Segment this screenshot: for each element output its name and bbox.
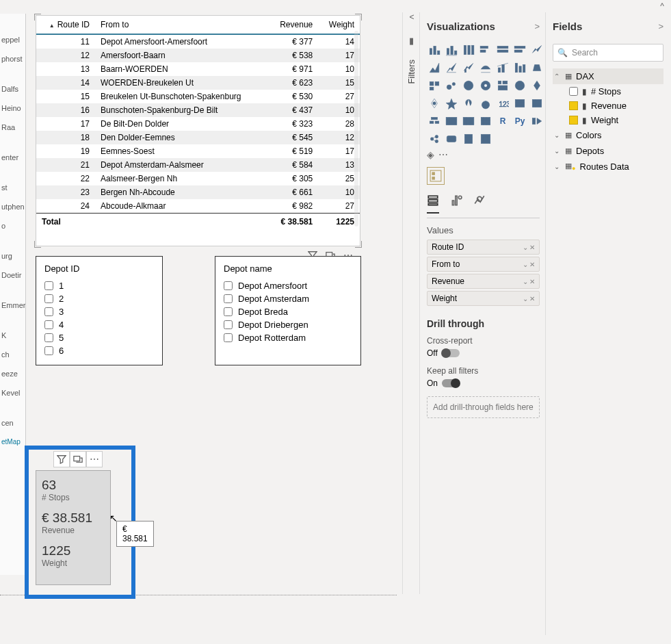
viz-type-button[interactable] [461, 78, 476, 93]
slicer-item[interactable]: 5 [44, 331, 154, 344]
table-row[interactable]: 12Amersfoort-Baarn€ 53817 [36, 49, 360, 62]
cross-report-toggle[interactable]: Off [427, 348, 540, 358]
viz-type-button[interactable] [444, 131, 459, 146]
viz-type-button[interactable] [427, 60, 442, 75]
slicer-item[interactable]: Depot Driebergen [224, 318, 352, 331]
caret-icon[interactable]: ⌄ [554, 131, 561, 139]
col-weight[interactable]: Weight [318, 16, 360, 34]
more-options-icon[interactable]: ⋯ [86, 451, 103, 467]
viz-type-button[interactable] [444, 96, 459, 111]
collapse-pane-icon[interactable]: > [534, 21, 540, 31]
viz-type-button[interactable] [529, 42, 544, 57]
viz-type-button[interactable]: Py [512, 114, 527, 129]
viz-type-button[interactable] [444, 114, 459, 129]
viz-type-button[interactable] [512, 96, 527, 111]
chevron-down-icon[interactable]: ⌄ [523, 244, 528, 251]
more-visuals-icon[interactable]: ⋯ [438, 149, 448, 160]
table-node[interactable]: ⌄▦Colors [553, 127, 663, 143]
field-checkbox[interactable] [569, 87, 578, 96]
slicer-depot-name[interactable]: Depot name Depot Amersfoort Depot Amster… [215, 256, 361, 365]
format-tab[interactable] [450, 194, 462, 214]
viz-type-button[interactable]: R [495, 114, 510, 129]
fields-tab[interactable] [427, 194, 439, 214]
field-well[interactable]: From to⌄ ✕ [427, 257, 540, 272]
viz-type-button[interactable] [512, 60, 527, 75]
field-well[interactable]: Revenue⌄ ✕ [427, 274, 540, 289]
viz-type-button[interactable] [512, 42, 527, 57]
caret-icon[interactable]: ⌄ [554, 163, 561, 170]
viz-type-button[interactable] [444, 78, 459, 93]
chevron-down-icon[interactable]: ⌄ [523, 278, 528, 285]
viz-type-button[interactable] [495, 42, 510, 57]
caret-icon[interactable]: ⌄ [554, 147, 561, 155]
viz-type-button[interactable] [461, 60, 476, 75]
filter-icon[interactable] [53, 451, 70, 467]
viz-type-button[interactable] [529, 96, 544, 111]
resize-handle[interactable] [34, 241, 41, 248]
viz-type-button[interactable] [444, 42, 459, 57]
viz-type-button[interactable] [478, 78, 493, 93]
slicer-item[interactable]: Depot Amersfoort [224, 279, 352, 292]
viz-type-button[interactable] [461, 131, 476, 146]
viz-type-button[interactable] [495, 60, 510, 75]
viz-type-button[interactable] [427, 131, 442, 146]
viz-type-button[interactable] [478, 114, 493, 129]
viz-type-button[interactable] [461, 42, 476, 57]
table-node[interactable]: ⌄▦Depots [553, 143, 663, 159]
field-well[interactable]: Weight⌄ ✕ [427, 291, 540, 306]
table-row[interactable]: 23Bergen Nh-Abcoude€ 66110 [36, 185, 360, 199]
table-row[interactable]: 22Aalsmeer-Bergen Nh€ 30525 [36, 172, 360, 185]
focus-mode-icon[interactable] [70, 451, 86, 467]
slicer-item[interactable]: Depot Breda [224, 305, 352, 318]
table-row[interactable]: 19Eemnes-Soest€ 51917 [36, 144, 360, 158]
remove-field-icon[interactable]: ✕ [529, 278, 535, 285]
scrollbar[interactable] [354, 31, 358, 227]
viz-type-button[interactable] [478, 96, 493, 111]
expand-filters-icon[interactable]: < [403, 12, 421, 29]
table-row[interactable]: 16Bunschoten-Spakenburg-De Bilt€ 43710 [36, 103, 360, 117]
checkbox-checked-icon[interactable] [569, 116, 578, 125]
resize-handle[interactable] [355, 14, 362, 21]
viz-type-button[interactable]: 123 [495, 96, 510, 111]
remove-field-icon[interactable]: ✕ [529, 244, 535, 251]
collapse-ribbon-caret[interactable]: ^ [660, 1, 664, 11]
slicer-item[interactable]: 6 [44, 344, 154, 357]
table-row[interactable]: 18Den Dolder-Eemnes€ 54512 [36, 131, 360, 144]
table-visual[interactable]: Route ID From to Revenue Weight 11Depot … [36, 15, 360, 246]
viz-type-button[interactable] [529, 114, 544, 129]
table-row[interactable]: 17De Bilt-Den Dolder€ 32328 [36, 117, 360, 131]
chevron-down-icon[interactable]: ⌄ [523, 261, 528, 268]
report-canvas[interactable]: eppelphorstDalfsHeinoRaaenterstutphenour… [0, 0, 397, 595]
viz-type-button[interactable] [495, 78, 510, 93]
table-row[interactable]: 13Baarn-WOERDEN€ 97110 [36, 62, 360, 76]
slicer-item[interactable]: 1 [44, 279, 154, 292]
table-row[interactable]: 24Abcoude-Alkmaar€ 98227 [36, 199, 360, 214]
viz-type-button[interactable] [427, 96, 442, 111]
checkbox-checked-icon[interactable] [569, 101, 578, 110]
field-item[interactable]: ▮Revenue [553, 99, 663, 113]
field-item[interactable]: ▮# Stops [553, 84, 663, 99]
viz-type-button[interactable] [529, 78, 544, 93]
table-row[interactable]: 14WOERDEN-Breukelen Ut€ 62315 [36, 76, 360, 90]
custom-visual-icon[interactable]: ◈ [427, 149, 434, 160]
col-route-id[interactable]: Route ID [36, 16, 95, 34]
col-revenue[interactable]: Revenue [268, 16, 318, 34]
fields-search-input[interactable]: 🔍 Search [553, 44, 663, 62]
viz-type-button[interactable] [461, 96, 476, 111]
resize-handle[interactable] [355, 241, 362, 248]
table-row[interactable]: 21Depot Amsterdam-Aalsmeer€ 58413 [36, 158, 360, 172]
remove-field-icon[interactable]: ✕ [529, 295, 535, 302]
slicer-depot-id[interactable]: Depot ID 1 2 3 4 5 6 [36, 256, 163, 365]
filters-pane-collapsed[interactable]: < ▮ Filters [402, 12, 420, 594]
viz-type-button[interactable] [444, 60, 459, 75]
chevron-down-icon[interactable]: ⌄ [523, 295, 528, 302]
viz-type-button[interactable] [478, 42, 493, 57]
slicer-item[interactable]: Depot Rotterdam [224, 331, 352, 344]
slicer-item[interactable]: Depot Amsterdam [224, 292, 352, 305]
viz-type-button[interactable] [512, 78, 527, 93]
analytics-tab[interactable] [473, 194, 486, 214]
slicer-item[interactable]: 4 [44, 318, 154, 331]
table-node[interactable]: ⌄▦●Routes Data [553, 159, 663, 175]
field-item[interactable]: ▮Weight [553, 113, 663, 127]
viz-type-button[interactable] [427, 42, 442, 57]
